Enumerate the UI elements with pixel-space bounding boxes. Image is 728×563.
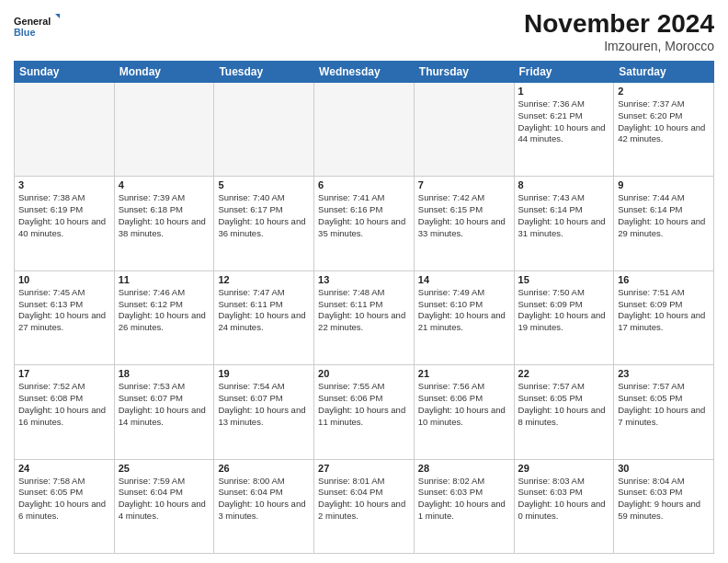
sunrise-text: Sunrise: 7:41 AM	[318, 192, 384, 202]
daylight-text: Daylight: 10 hours and 22 minutes.	[318, 310, 405, 332]
sunrise-text: Sunrise: 7:50 AM	[518, 287, 585, 297]
cell-content: Sunrise: 7:51 AM Sunset: 6:09 PM Dayligh…	[618, 287, 710, 334]
daylight-text: Daylight: 10 hours and 29 minutes.	[618, 216, 705, 238]
calendar-cell: 20 Sunrise: 7:55 AM Sunset: 6:06 PM Dayl…	[314, 365, 415, 459]
calendar-cell: 2 Sunrise: 7:37 AM Sunset: 6:20 PM Dayli…	[614, 83, 714, 177]
calendar-cell: 11 Sunrise: 7:46 AM Sunset: 6:12 PM Dayl…	[114, 270, 214, 364]
col-saturday: Saturday	[614, 62, 714, 83]
cell-content: Sunrise: 7:36 AM Sunset: 6:21 PM Dayligh…	[518, 98, 610, 145]
cell-content: Sunrise: 7:49 AM Sunset: 6:10 PM Dayligh…	[418, 287, 510, 334]
sunrise-text: Sunrise: 7:43 AM	[518, 192, 585, 202]
cell-content: Sunrise: 7:59 AM Sunset: 6:04 PM Dayligh…	[119, 476, 210, 523]
week-row-3: 10 Sunrise: 7:45 AM Sunset: 6:13 PM Dayl…	[15, 270, 714, 364]
logo: General Blue	[14, 9, 60, 46]
sunset-text: Sunset: 6:05 PM	[618, 393, 682, 403]
sunrise-text: Sunrise: 8:04 AM	[618, 476, 684, 486]
day-number: 8	[518, 179, 610, 190]
sunset-text: Sunset: 6:11 PM	[318, 299, 382, 309]
sunset-text: Sunset: 6:04 PM	[218, 487, 282, 497]
calendar-cell: 24 Sunrise: 7:58 AM Sunset: 6:05 PM Dayl…	[15, 459, 115, 553]
week-row-1: 1 Sunrise: 7:36 AM Sunset: 6:21 PM Dayli…	[15, 83, 714, 177]
sunset-text: Sunset: 6:03 PM	[418, 487, 483, 497]
sunset-text: Sunset: 6:03 PM	[618, 487, 682, 497]
daylight-text: Daylight: 10 hours and 14 minutes.	[119, 405, 206, 427]
sunrise-text: Sunrise: 7:46 AM	[119, 287, 185, 297]
sunrise-text: Sunrise: 7:57 AM	[518, 381, 585, 391]
sunset-text: Sunset: 6:12 PM	[119, 299, 183, 309]
page: General Blue November 2024 Imzouren, Mor…	[0, 0, 728, 563]
day-number: 13	[318, 274, 410, 285]
col-monday: Monday	[114, 62, 214, 83]
day-number: 11	[119, 274, 210, 285]
sunrise-text: Sunrise: 7:40 AM	[218, 192, 284, 202]
day-number: 25	[119, 463, 210, 474]
calendar-cell: 19 Sunrise: 7:54 AM Sunset: 6:07 PM Dayl…	[214, 365, 314, 459]
sunset-text: Sunset: 6:04 PM	[119, 487, 183, 497]
sunset-text: Sunset: 6:13 PM	[18, 299, 83, 309]
week-row-2: 3 Sunrise: 7:38 AM Sunset: 6:19 PM Dayli…	[15, 177, 714, 270]
calendar-cell: 16 Sunrise: 7:51 AM Sunset: 6:09 PM Dayl…	[614, 270, 714, 364]
sunrise-text: Sunrise: 7:36 AM	[518, 98, 585, 109]
cell-content: Sunrise: 7:53 AM Sunset: 6:07 PM Dayligh…	[119, 381, 210, 428]
calendar-cell: 3 Sunrise: 7:38 AM Sunset: 6:19 PM Dayli…	[15, 177, 115, 270]
cell-content: Sunrise: 7:43 AM Sunset: 6:14 PM Dayligh…	[518, 192, 610, 239]
sunset-text: Sunset: 6:19 PM	[18, 204, 83, 214]
sunrise-text: Sunrise: 8:01 AM	[318, 476, 384, 486]
sunrise-text: Sunrise: 7:54 AM	[218, 381, 284, 391]
day-number: 3	[18, 179, 110, 190]
daylight-text: Daylight: 10 hours and 26 minutes.	[119, 310, 206, 332]
day-number: 7	[418, 179, 510, 190]
calendar-table: Sunday Monday Tuesday Wednesday Thursday…	[14, 61, 714, 554]
sunrise-text: Sunrise: 7:39 AM	[119, 192, 185, 202]
sunrise-text: Sunrise: 7:55 AM	[318, 381, 384, 391]
sunset-text: Sunset: 6:08 PM	[18, 393, 83, 403]
daylight-text: Daylight: 10 hours and 8 minutes.	[518, 405, 606, 427]
sunrise-text: Sunrise: 7:37 AM	[618, 98, 684, 109]
calendar-cell: 14 Sunrise: 7:49 AM Sunset: 6:10 PM Dayl…	[414, 270, 514, 364]
calendar-cell: 12 Sunrise: 7:47 AM Sunset: 6:11 PM Dayl…	[214, 270, 314, 364]
daylight-text: Daylight: 10 hours and 44 minutes.	[518, 122, 606, 144]
day-number: 19	[218, 368, 310, 379]
cell-content: Sunrise: 7:56 AM Sunset: 6:06 PM Dayligh…	[418, 381, 510, 428]
sunrise-text: Sunrise: 7:38 AM	[18, 192, 85, 202]
col-friday: Friday	[514, 62, 614, 83]
daylight-text: Daylight: 10 hours and 33 minutes.	[418, 216, 506, 238]
day-number: 23	[618, 368, 710, 379]
daylight-text: Daylight: 10 hours and 21 minutes.	[418, 310, 506, 332]
calendar-cell	[15, 83, 115, 177]
sunrise-text: Sunrise: 7:42 AM	[418, 192, 484, 202]
header: General Blue November 2024 Imzouren, Mor…	[14, 9, 714, 53]
calendar-cell: 4 Sunrise: 7:39 AM Sunset: 6:18 PM Dayli…	[114, 177, 214, 270]
daylight-text: Daylight: 10 hours and 38 minutes.	[119, 216, 206, 238]
sunset-text: Sunset: 6:04 PM	[318, 487, 382, 497]
sunrise-text: Sunrise: 7:44 AM	[618, 192, 684, 202]
svg-text:General: General	[14, 16, 51, 27]
daylight-text: Daylight: 10 hours and 19 minutes.	[518, 310, 606, 332]
calendar-cell: 21 Sunrise: 7:56 AM Sunset: 6:06 PM Dayl…	[414, 365, 514, 459]
cell-content: Sunrise: 7:57 AM Sunset: 6:05 PM Dayligh…	[618, 381, 710, 428]
cell-content: Sunrise: 7:52 AM Sunset: 6:08 PM Dayligh…	[18, 381, 110, 428]
col-wednesday: Wednesday	[314, 62, 415, 83]
calendar-cell: 1 Sunrise: 7:36 AM Sunset: 6:21 PM Dayli…	[514, 83, 614, 177]
calendar-cell: 8 Sunrise: 7:43 AM Sunset: 6:14 PM Dayli…	[514, 177, 614, 270]
calendar-cell: 25 Sunrise: 7:59 AM Sunset: 6:04 PM Dayl…	[114, 459, 214, 553]
cell-content: Sunrise: 7:47 AM Sunset: 6:11 PM Dayligh…	[218, 287, 310, 334]
calendar-header-row: Sunday Monday Tuesday Wednesday Thursday…	[15, 62, 714, 83]
sunrise-text: Sunrise: 8:02 AM	[418, 476, 484, 486]
cell-content: Sunrise: 7:40 AM Sunset: 6:17 PM Dayligh…	[218, 192, 310, 239]
cell-content: Sunrise: 7:39 AM Sunset: 6:18 PM Dayligh…	[119, 192, 210, 239]
cell-content: Sunrise: 8:04 AM Sunset: 6:03 PM Dayligh…	[618, 476, 710, 523]
calendar-cell: 28 Sunrise: 8:02 AM Sunset: 6:03 PM Dayl…	[414, 459, 514, 553]
day-number: 6	[318, 179, 410, 190]
day-number: 22	[518, 368, 610, 379]
week-row-5: 24 Sunrise: 7:58 AM Sunset: 6:05 PM Dayl…	[15, 459, 714, 553]
calendar-cell	[314, 83, 415, 177]
daylight-text: Daylight: 10 hours and 11 minutes.	[318, 405, 405, 427]
day-number: 24	[18, 463, 110, 474]
day-number: 30	[618, 463, 710, 474]
cell-content: Sunrise: 7:41 AM Sunset: 6:16 PM Dayligh…	[318, 192, 410, 239]
day-number: 16	[618, 274, 710, 285]
sunset-text: Sunset: 6:21 PM	[518, 110, 583, 121]
day-number: 10	[18, 274, 110, 285]
cell-content: Sunrise: 8:03 AM Sunset: 6:03 PM Dayligh…	[518, 476, 610, 523]
